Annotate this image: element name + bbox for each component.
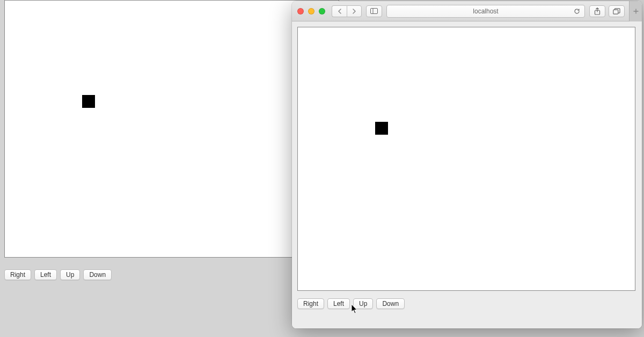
left-button[interactable]: Left [34,269,57,280]
reload-icon [574,8,580,14]
sidebar-icon [370,8,378,14]
tabs-button[interactable] [609,5,625,17]
tabs-icon [613,8,620,14]
address-bar[interactable]: localhost [386,5,585,18]
canvas-area [297,27,635,291]
control-button-row: Right Left Up Down [297,298,636,309]
back-button[interactable] [332,5,347,17]
up-button[interactable]: Up [353,298,373,309]
maximize-window-button[interactable] [319,8,325,14]
black-square [375,122,388,135]
plus-icon [633,8,639,14]
share-button[interactable] [589,5,605,17]
chevron-right-icon [352,9,356,14]
share-icon [594,8,601,15]
toolbar-right-group [589,1,636,21]
up-button[interactable]: Up [60,269,80,280]
svg-rect-0 [371,9,378,14]
minimize-window-button[interactable] [308,8,314,14]
navigation-buttons [332,5,362,17]
canvas-area [4,0,339,258]
chevron-left-icon [338,9,342,14]
browser-content: Right Left Up Down [292,21,642,328]
black-square [82,95,95,108]
window-controls [297,8,325,14]
control-button-row: Right Left Up Down [4,269,112,280]
reload-button[interactable] [574,8,580,14]
right-button[interactable]: Right [4,269,31,280]
svg-rect-3 [613,10,618,14]
safari-window: localhost Right Left Up Down [292,1,642,328]
browser-toolbar: localhost [292,1,642,21]
new-tab-button[interactable] [629,1,642,21]
close-window-button[interactable] [297,8,304,14]
forward-button[interactable] [347,5,362,17]
down-button[interactable]: Down [376,298,405,309]
url-text: localhost [473,8,498,15]
left-button[interactable]: Left [327,298,350,309]
down-button[interactable]: Down [83,269,112,280]
sidebar-toggle-button[interactable] [366,5,382,17]
right-button[interactable]: Right [297,298,324,309]
